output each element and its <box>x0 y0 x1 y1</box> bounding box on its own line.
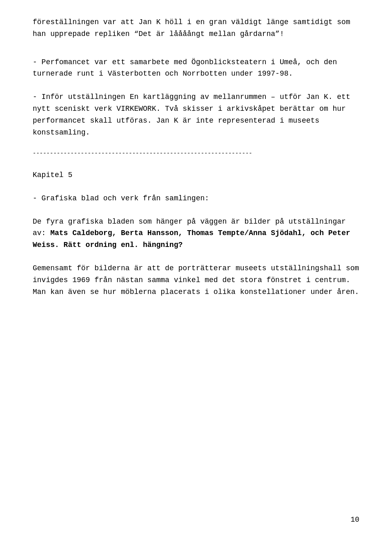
paragraph-2: - Perfomancet var ett samarbete med Ögon… <box>33 56 359 80</box>
chapter-text: Kapitel 5 <box>33 171 72 179</box>
paragraph-4-text: - Grafiska blad och verk från samlingen: <box>33 194 209 202</box>
page-number: 10 <box>350 516 359 524</box>
paragraph-6: Gemensamt för bilderna är att de porträt… <box>33 262 359 298</box>
paragraph-1: föreställningen var att Jan K höll i en … <box>33 16 359 40</box>
divider-text: ----------------------------------------… <box>33 150 252 157</box>
paragraph-5-end: Rätt ordning enl. hängning? <box>59 241 183 249</box>
paragraph-3: - Inför utställningen En kartläggning av… <box>33 91 359 138</box>
paragraph-2-text: - Perfomancet var ett samarbete med Ögon… <box>33 58 337 78</box>
paragraph-3-text: - Inför utställningen En kartläggning av… <box>33 93 350 136</box>
paragraph-6-text: Gemensamt för bilderna är att de porträt… <box>33 264 359 296</box>
chapter-heading: Kapitel 5 <box>33 169 359 181</box>
paragraph-5: De fyra grafiska bladen som hänger på vä… <box>33 216 359 251</box>
paragraph-4: - Grafiska blad och verk från samlingen: <box>33 193 359 204</box>
page-number-text: 10 <box>350 516 359 524</box>
divider-line: ----------------------------------------… <box>33 150 359 158</box>
paragraph-1-text: föreställningen var att Jan K höll i en … <box>33 18 350 38</box>
page-container: föreställningen var att Jan K höll i en … <box>0 0 392 536</box>
